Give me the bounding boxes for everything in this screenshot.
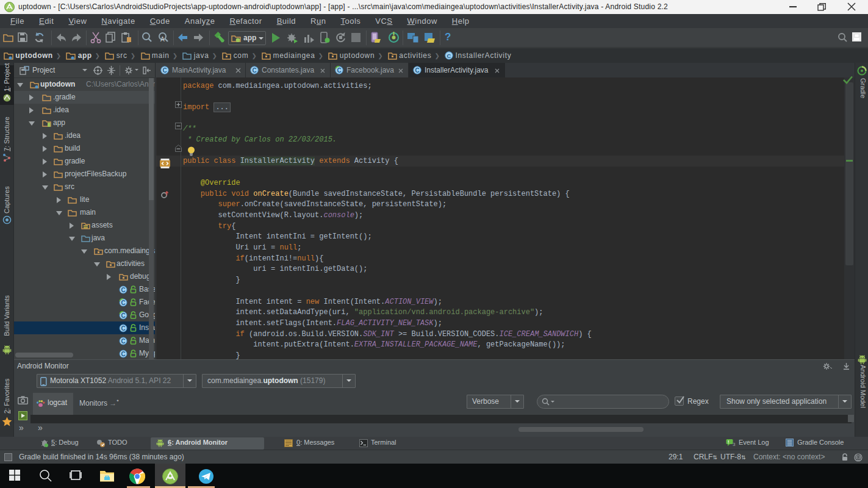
svg-text:C: C (121, 338, 126, 345)
svg-text:C: C (163, 67, 167, 74)
svg-text:C: C (337, 67, 342, 74)
svg-text:!: ! (728, 439, 730, 445)
svg-text:3: 3 (733, 442, 736, 447)
svg-text:A: A (160, 36, 165, 43)
svg-text:C: C (121, 312, 126, 319)
svg-text:C: C (121, 300, 126, 306)
svg-text:C: C (121, 325, 126, 332)
svg-text:C: C (121, 351, 126, 357)
svg-text:C: C (253, 67, 257, 74)
svg-text:C: C (415, 67, 420, 74)
svg-text:C: C (447, 52, 451, 59)
svg-text:C: C (121, 287, 126, 293)
